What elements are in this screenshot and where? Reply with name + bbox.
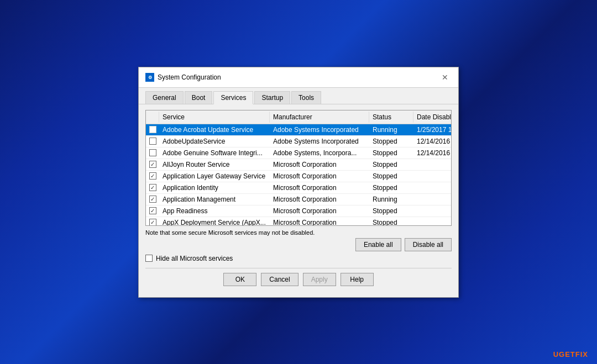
tab-tools[interactable]: Tools xyxy=(291,91,321,104)
close-button[interactable]: ✕ xyxy=(438,72,452,83)
enable-disable-row: Enable all Disable all xyxy=(145,238,452,251)
svg-text:⚙: ⚙ xyxy=(148,75,152,80)
row-manufacturer: Adobe Systems, Incorpora... xyxy=(270,147,369,159)
row-checkbox[interactable] xyxy=(149,219,156,226)
row-checkbox-cell xyxy=(146,147,159,159)
row-checkbox[interactable] xyxy=(149,207,156,214)
table-body[interactable]: Adobe Acrobat Update ServiceAdobe System… xyxy=(146,124,451,226)
row-manufacturer: Adobe Systems Incorporated xyxy=(270,136,369,147)
row-service: Application Management xyxy=(159,194,270,205)
col-status: Status xyxy=(369,112,413,123)
ok-button[interactable]: OK xyxy=(223,273,256,286)
row-manufacturer: Microsoft Corporation xyxy=(270,217,369,226)
window-icon: ⚙ xyxy=(145,73,154,82)
row-checkbox-cell xyxy=(146,182,159,193)
bottom-buttons: OK Cancel Apply Help xyxy=(145,268,452,292)
help-button[interactable]: Help xyxy=(341,273,374,286)
row-checkbox-cell xyxy=(146,124,159,135)
system-configuration-dialog: ⚙ System Configuration ✕ General Boot Se… xyxy=(138,67,459,298)
enable-all-button[interactable]: Enable all xyxy=(355,238,401,251)
row-status: Stopped xyxy=(369,147,413,159)
col-service: Service xyxy=(159,112,270,123)
row-manufacturer: Microsoft Corporation xyxy=(270,205,369,217)
table-row[interactable]: App ReadinessMicrosoft CorporationStoppe… xyxy=(146,205,451,217)
row-service: Adobe Genuine Software Integri... xyxy=(159,147,270,159)
row-service: AppX Deployment Service (AppX... xyxy=(159,217,270,226)
table-row[interactable]: AllJoyn Router ServiceMicrosoft Corporat… xyxy=(146,159,451,171)
table-row[interactable]: Application ManagementMicrosoft Corporat… xyxy=(146,194,451,205)
row-date xyxy=(413,194,451,205)
row-service: Adobe Acrobat Update Service xyxy=(159,124,270,135)
note-text: Note that some secure Microsoft services… xyxy=(145,229,452,236)
row-service: App Readiness xyxy=(159,205,270,217)
row-date xyxy=(413,182,451,193)
row-service: Application Identity xyxy=(159,182,270,193)
row-checkbox[interactable] xyxy=(149,184,156,191)
tab-boot[interactable]: Boot xyxy=(185,91,213,104)
row-checkbox-cell xyxy=(146,205,159,217)
row-status: Running xyxy=(369,194,413,205)
row-manufacturer: Microsoft Corporation xyxy=(270,194,369,205)
row-date xyxy=(413,217,451,226)
row-date: 1/25/2017 10:0... xyxy=(413,124,451,135)
row-date: 12/14/2016 5:4... xyxy=(413,136,451,147)
watermark: UGETFIX xyxy=(553,350,588,358)
row-service: Application Layer Gateway Service xyxy=(159,171,270,182)
hide-row: Hide all Microsoft services xyxy=(145,255,452,262)
row-date xyxy=(413,171,451,182)
row-date: 12/14/2016 5:4... xyxy=(413,147,451,159)
row-checkbox[interactable] xyxy=(149,161,156,168)
row-checkbox[interactable] xyxy=(149,196,156,203)
apply-button[interactable]: Apply xyxy=(303,273,336,286)
row-date xyxy=(413,159,451,170)
cancel-button[interactable]: Cancel xyxy=(261,273,298,286)
table-row[interactable]: AdobeUpdateServiceAdobe Systems Incorpor… xyxy=(146,136,451,147)
row-status: Running xyxy=(369,124,413,135)
row-status: Stopped xyxy=(369,136,413,147)
tab-general[interactable]: General xyxy=(145,91,184,104)
tab-startup[interactable]: Startup xyxy=(254,91,290,104)
title-bar: ⚙ System Configuration ✕ xyxy=(139,67,458,88)
row-checkbox[interactable] xyxy=(149,138,156,145)
row-checkbox[interactable] xyxy=(149,172,156,180)
row-checkbox-cell xyxy=(146,159,159,170)
watermark-accent: ET xyxy=(565,350,575,358)
row-date xyxy=(413,205,451,217)
row-checkbox-cell xyxy=(146,136,159,147)
hide-microsoft-label: Hide all Microsoft services xyxy=(156,255,233,262)
hide-microsoft-checkbox[interactable] xyxy=(145,255,153,262)
table-row[interactable]: Application IdentityMicrosoft Corporatio… xyxy=(146,182,451,194)
row-checkbox[interactable] xyxy=(149,126,156,133)
table-row[interactable]: AppX Deployment Service (AppX...Microsof… xyxy=(146,217,451,226)
row-checkbox-cell xyxy=(146,171,159,182)
row-status: Stopped xyxy=(369,217,413,226)
row-checkbox[interactable] xyxy=(149,149,156,156)
content-area: Service Manufacturer Status Date Disable… xyxy=(139,104,458,297)
services-table: Service Manufacturer Status Date Disable… xyxy=(145,110,452,226)
table-row[interactable]: Application Layer Gateway ServiceMicroso… xyxy=(146,171,451,182)
watermark-suffix: FIX xyxy=(575,350,588,358)
row-checkbox-cell xyxy=(146,217,159,226)
col-date: Date Disabled xyxy=(413,112,452,123)
row-status: Stopped xyxy=(369,159,413,170)
row-status: Stopped xyxy=(369,182,413,193)
row-status: Stopped xyxy=(369,171,413,182)
tab-services[interactable]: Services xyxy=(213,91,253,104)
table-row[interactable]: Adobe Acrobat Update ServiceAdobe System… xyxy=(146,124,451,136)
window-title: System Configuration xyxy=(158,73,221,81)
row-manufacturer: Adobe Systems Incorporated xyxy=(270,124,369,135)
row-manufacturer: Microsoft Corporation xyxy=(270,171,369,182)
row-manufacturer: Microsoft Corporation xyxy=(270,182,369,193)
col-checkbox xyxy=(146,112,159,123)
disable-all-button[interactable]: Disable all xyxy=(405,238,452,251)
row-service: AllJoyn Router Service xyxy=(159,159,270,170)
row-service: AdobeUpdateService xyxy=(159,136,270,147)
title-bar-left: ⚙ System Configuration xyxy=(145,73,221,82)
row-checkbox-cell xyxy=(146,194,159,205)
tabs-bar: General Boot Services Startup Tools xyxy=(139,88,458,104)
table-header: Service Manufacturer Status Date Disable… xyxy=(146,110,451,124)
row-manufacturer: Microsoft Corporation xyxy=(270,159,369,170)
col-manufacturer: Manufacturer xyxy=(270,112,369,123)
table-row[interactable]: Adobe Genuine Software Integri...Adobe S… xyxy=(146,147,451,159)
watermark-prefix: UG xyxy=(553,350,565,358)
